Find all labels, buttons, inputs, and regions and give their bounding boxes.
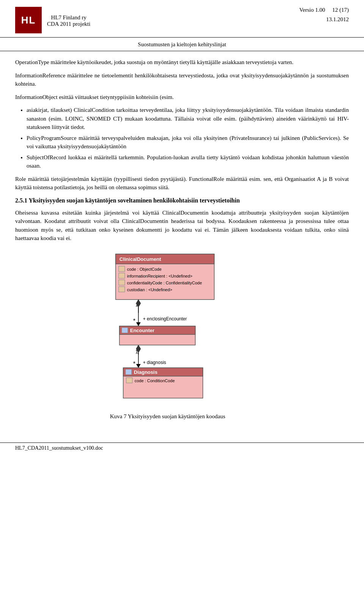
svg-rect-6 (119, 287, 125, 292)
attr2-text: informationRecipient : <Undefined> (127, 274, 192, 278)
svg-text:ClinicalDocument: ClinicalDocument (119, 256, 161, 262)
bullet-list: asiakirjat, tilaukset) ClinicalCondition… (27, 106, 349, 170)
header-center: HL7 Finland ry CDA 2011 projekti (47, 13, 90, 27)
header-right: Versio 1.00 12 (17) 13.1.2012 (299, 7, 349, 23)
section-heading: 2.5.1 Yksityisyyden suojan käytäntöjen s… (15, 196, 349, 205)
encounter-label: Encounter (130, 328, 154, 333)
diagnosis-attr-text: code : ConditionCode (135, 378, 175, 383)
star-label-2: * (133, 361, 135, 367)
paragraph-1: OperationType määrittelee käyttöoikeudet… (15, 58, 349, 67)
attr3-text: confidentialityCode : ConfidentialityCod… (127, 281, 202, 285)
svg-rect-5 (119, 280, 125, 285)
date: 13.1.2012 (299, 16, 349, 23)
diagram-container: ClinicalDocument code : ObjectCode infor… (110, 250, 254, 420)
diagnosis-rel-label: + diagnosis (143, 360, 166, 365)
clinical-document-label: ClinicalDocument (119, 256, 161, 262)
enclosing-encounter-label: + enclosingEncounter (143, 316, 187, 322)
bullet-item-3: SubjectOfRecord luokkaa ei määritellä ta… (27, 153, 349, 170)
svg-rect-13 (122, 328, 128, 333)
page: HL HL7 Finland ry CDA 2011 projekti Vers… (0, 0, 364, 590)
org-line1: HL7 Finland ry (47, 14, 90, 21)
footer-filename: HL7_CDA2011_suostumukset_v100.doc (15, 445, 103, 451)
attr4-text: custodian : <Undefined> (127, 287, 172, 292)
svg-marker-10 (136, 322, 141, 326)
header: HL HL7 Finland ry CDA 2011 projekti Vers… (0, 0, 364, 38)
paragraph-2: InformationReference määrittelee ne tiet… (15, 71, 349, 88)
content: OperationType määrittelee käyttöoikeudet… (0, 51, 364, 435)
svg-rect-4 (119, 273, 125, 278)
page-info: 12 (17) (332, 7, 349, 13)
svg-rect-20 (126, 369, 132, 375)
diagnosis-label: Diagnosis (134, 369, 157, 375)
version-label: Versio 1.00 12 (17) (299, 7, 349, 13)
star-label-1: * (133, 318, 135, 324)
figure-caption: Kuva 7 Yksityisyyden suojan käytäntöjen … (110, 413, 254, 420)
paragraph-3: InformationObject esittää viittaukset ti… (15, 93, 349, 102)
subtitle: Suostumusten ja kieltojen kehityslinjat (0, 38, 364, 51)
paragraph-4: Role määrittää tietojärjestelmän käyttäj… (15, 175, 349, 192)
diagram-svg: ClinicalDocument code : ObjectCode infor… (112, 250, 252, 410)
svg-marker-17 (136, 364, 141, 368)
org-line2: CDA 2011 projekti (47, 21, 90, 27)
svg-rect-3 (119, 266, 125, 271)
svg-rect-21 (126, 378, 132, 383)
logo: HL (15, 7, 42, 33)
paragraph-5: Oheisessa kuvassa esitetään kuinka järje… (15, 209, 349, 243)
header-left: HL HL7 Finland ry CDA 2011 projekti (15, 7, 90, 33)
footer: HL7_CDA2011_suostumukset_v100.doc (0, 443, 364, 453)
attr1-text: code : ObjectCode (127, 267, 162, 271)
bullet-item-1: asiakirjat, tilaukset) ClinicalCondition… (27, 106, 349, 132)
bullet-item-2: PolicyProgramSource määrittää terveyspal… (27, 134, 349, 151)
